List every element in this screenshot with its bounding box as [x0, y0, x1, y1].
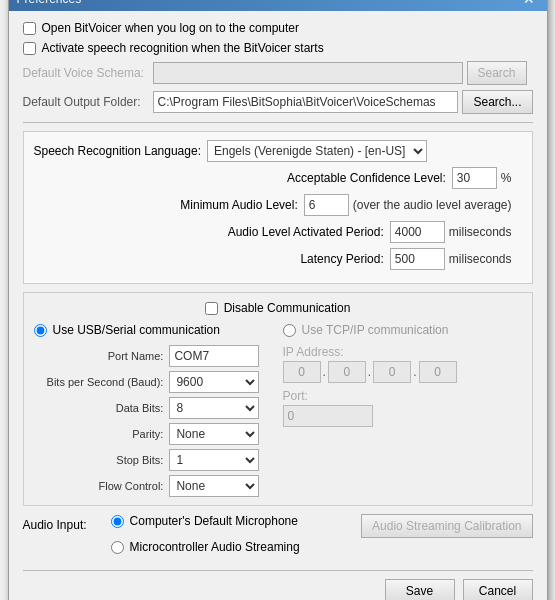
close-button[interactable]: ✕ [519, 0, 539, 6]
cancel-button[interactable]: Cancel [463, 579, 533, 600]
language-select[interactable]: Engels (Verenigde Staten) - [en-US] [207, 140, 427, 162]
port-grid: Port Name: Bits per Second (Baud): 9600 … [34, 345, 273, 497]
ip-address-group: IP Address: . . . [283, 345, 522, 383]
dialog-title: Preferences [17, 0, 82, 6]
voice-schema-input[interactable] [153, 62, 463, 84]
audio-input-label: Audio Input: [23, 514, 87, 536]
open-bitvoicer-label: Open BitVoicer when you log on to the co… [42, 21, 300, 35]
latency-unit: miliseconds [449, 252, 512, 266]
disable-comm-checkbox[interactable] [205, 302, 218, 315]
confidence-label: Acceptable Confidence Level: [287, 171, 446, 185]
audio-rows: Audio Input: Computer's Default Micropho… [23, 514, 533, 562]
parity-select[interactable]: None [169, 423, 259, 445]
confidence-row: Acceptable Confidence Level: % [34, 167, 512, 189]
open-bitvoicer-checkbox[interactable] [23, 22, 36, 35]
ip-input-2[interactable] [328, 361, 366, 383]
flow-select[interactable]: None [169, 475, 259, 497]
ip-dot-2: . [368, 365, 371, 379]
flow-label: Flow Control: [34, 480, 164, 492]
latency-input[interactable] [390, 248, 445, 270]
tcp-section: Use TCP/IP communication IP Address: . . [283, 323, 522, 497]
ip-address-label-row: IP Address: [283, 345, 522, 359]
disable-comm-row: Disable Communication [34, 301, 522, 315]
output-folder-row: Default Output Folder: Search... [23, 90, 533, 114]
ip-input-4[interactable] [419, 361, 457, 383]
comm-columns: Use USB/Serial communication Port Name: … [34, 323, 522, 497]
language-label: Speech Recognition Language: [34, 144, 201, 158]
output-folder-label: Default Output Folder: [23, 95, 153, 109]
micro-streaming-radio[interactable] [111, 541, 124, 554]
calibration-button[interactable]: Audio Streaming Calibration [361, 514, 532, 538]
data-bits-select[interactable]: 8 [169, 397, 259, 419]
audio-level-row: Minimum Audio Level: (over the audio lev… [34, 194, 512, 216]
communication-section: Disable Communication Use USB/Serial com… [23, 292, 533, 506]
ip-address-label: IP Address: [283, 345, 344, 359]
activate-speech-label: Activate speech recognition when the Bit… [42, 41, 324, 55]
confidence-unit: % [501, 171, 512, 185]
output-folder-input[interactable] [153, 91, 459, 113]
micro-streaming-row: Microcontroller Audio Streaming [111, 540, 300, 554]
usb-label: Use USB/Serial communication [53, 323, 220, 337]
bottom-buttons: Save Cancel [23, 579, 533, 600]
usb-radio-row: Use USB/Serial communication [34, 323, 273, 337]
ip-input-1[interactable] [283, 361, 321, 383]
dialog-body: Open BitVoicer when you log on to the co… [9, 11, 547, 600]
latency-row: Latency Period: miliseconds [34, 248, 512, 270]
audio-level-input[interactable] [304, 194, 349, 216]
parity-label: Parity: [34, 428, 164, 440]
tcp-radio[interactable] [283, 324, 296, 337]
speech-section: Speech Recognition Language: Engels (Ver… [23, 131, 533, 284]
usb-section: Use USB/Serial communication Port Name: … [34, 323, 273, 497]
ip-row: . . . [283, 361, 522, 383]
port-input[interactable] [283, 405, 373, 427]
stop-bits-label: Stop Bits: [34, 454, 164, 466]
default-mic-label: Computer's Default Microphone [130, 514, 298, 528]
activated-unit: miliseconds [449, 225, 512, 239]
activate-speech-checkbox[interactable] [23, 42, 36, 55]
audio-radios: Computer's Default Microphone Microcontr… [111, 514, 300, 562]
default-mic-radio[interactable] [111, 515, 124, 528]
open-bitvoicer-row: Open BitVoicer when you log on to the co… [23, 21, 533, 35]
ip-dot-1: . [323, 365, 326, 379]
port-label-row: Port: [283, 389, 522, 403]
tcp-label: Use TCP/IP communication [302, 323, 449, 337]
micro-streaming-label: Microcontroller Audio Streaming [130, 540, 300, 554]
stop-bits-select[interactable]: 1 [169, 449, 259, 471]
activated-label: Audio Level Activated Period: [228, 225, 384, 239]
voice-schema-search-button[interactable]: Search [467, 61, 527, 85]
confidence-input[interactable] [452, 167, 497, 189]
usb-radio[interactable] [34, 324, 47, 337]
baud-select[interactable]: 9600 [169, 371, 259, 393]
activate-speech-row: Activate speech recognition when the Bit… [23, 41, 533, 55]
language-row: Speech Recognition Language: Engels (Ver… [34, 140, 522, 162]
default-mic-row: Computer's Default Microphone [111, 514, 300, 528]
title-bar: Preferences ✕ [9, 0, 547, 11]
audio-level-unit: (over the audio level average) [353, 198, 512, 212]
activated-period-row: Audio Level Activated Period: milisecond… [34, 221, 512, 243]
ip-input-3[interactable] [373, 361, 411, 383]
port-name-input[interactable] [169, 345, 259, 367]
audio-level-label: Minimum Audio Level: [180, 198, 297, 212]
port-group: Port: [283, 389, 522, 427]
voice-schema-row: Default Voice Schema: Search [23, 61, 533, 85]
tcp-radio-row: Use TCP/IP communication [283, 323, 522, 337]
data-bits-label: Data Bits: [34, 402, 164, 414]
preferences-dialog: Preferences ✕ Open BitVoicer when you lo… [8, 0, 548, 600]
output-folder-search-button[interactable]: Search... [462, 90, 532, 114]
save-button[interactable]: Save [385, 579, 455, 600]
activated-input[interactable] [390, 221, 445, 243]
calibration-btn-container: Audio Streaming Calibration [320, 514, 533, 538]
latency-label: Latency Period: [300, 252, 383, 266]
baud-label: Bits per Second (Baud): [34, 376, 164, 388]
ip-dot-3: . [413, 365, 416, 379]
port-name-label: Port Name: [34, 350, 164, 362]
audio-input-section: Audio Input: Computer's Default Micropho… [23, 514, 533, 562]
disable-comm-label: Disable Communication [224, 301, 351, 315]
port-label: Port: [283, 389, 308, 403]
voice-schema-label: Default Voice Schema: [23, 66, 153, 80]
